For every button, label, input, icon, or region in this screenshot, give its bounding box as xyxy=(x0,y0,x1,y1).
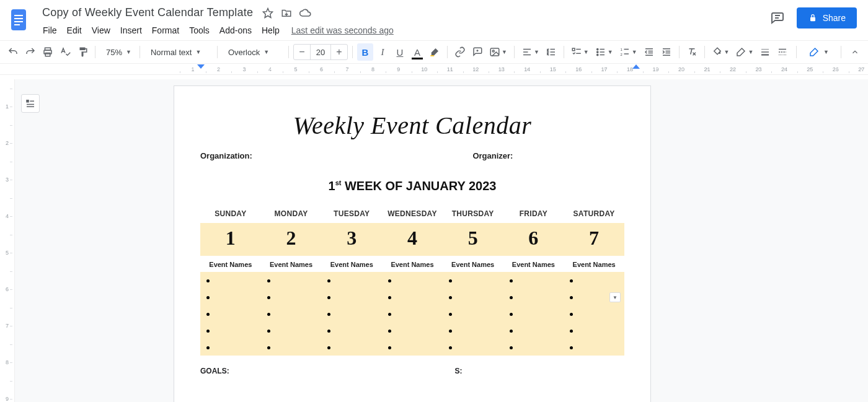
day-number-cell[interactable]: 5 xyxy=(443,223,503,256)
insert-link-icon[interactable] xyxy=(452,43,468,61)
event-names-header[interactable]: Event Names xyxy=(382,256,443,272)
event-cell[interactable] xyxy=(382,339,443,356)
day-name-header[interactable]: WEDNESDAY xyxy=(382,206,443,223)
paragraph-style-select[interactable]: Normal text▼ xyxy=(144,43,213,61)
event-cell[interactable] xyxy=(321,272,382,289)
day-number-cell[interactable]: 4 xyxy=(382,223,443,256)
day-number-cell[interactable]: 1 xyxy=(200,223,261,256)
highlight-button[interactable] xyxy=(427,43,443,61)
checklist-icon[interactable]: ▼ xyxy=(569,43,591,61)
document-page[interactable]: Weekly Event Calendar Organization: Orga… xyxy=(174,85,651,402)
event-cell[interactable] xyxy=(564,339,624,356)
menu-insert[interactable]: Insert xyxy=(116,23,146,38)
day-name-header[interactable]: FRIDAY xyxy=(503,206,564,223)
last-edit-link[interactable]: Last edit was seconds ago xyxy=(291,25,394,35)
goals-label[interactable]: GOALS: xyxy=(200,367,454,375)
event-cell[interactable] xyxy=(503,289,564,305)
event-cell[interactable] xyxy=(261,289,322,305)
organizer-label[interactable]: Organizer: xyxy=(472,151,513,160)
event-cell[interactable] xyxy=(382,289,443,305)
doc-title[interactable]: Copy of Weekly Event Calendar Template xyxy=(40,5,255,20)
event-names-header[interactable]: Event Names xyxy=(443,256,503,272)
increase-indent-icon[interactable] xyxy=(658,43,675,61)
event-cell[interactable] xyxy=(261,322,322,339)
event-cell[interactable] xyxy=(321,289,382,305)
event-cell[interactable] xyxy=(564,305,624,322)
line-spacing-icon[interactable] xyxy=(543,43,559,61)
event-cell[interactable] xyxy=(200,339,261,356)
event-cell[interactable] xyxy=(200,305,261,322)
font-size-value[interactable]: 20 xyxy=(310,45,331,59)
event-cell[interactable] xyxy=(200,322,261,339)
event-cell[interactable] xyxy=(321,305,382,322)
italic-button[interactable]: I xyxy=(374,43,391,61)
event-cell[interactable] xyxy=(443,272,503,289)
print-icon[interactable] xyxy=(40,43,56,61)
document-outline-toggle[interactable] xyxy=(21,94,40,113)
event-cell[interactable] xyxy=(261,305,322,322)
menu-view[interactable]: View xyxy=(87,23,115,38)
fill-color-icon[interactable]: ▼ xyxy=(709,43,732,61)
day-name-header[interactable]: THURSDAY xyxy=(443,206,503,223)
event-names-header[interactable]: Event Names xyxy=(564,256,624,272)
event-names-header[interactable]: Event Names xyxy=(200,256,261,272)
event-cell[interactable] xyxy=(503,339,564,356)
event-cell[interactable] xyxy=(503,272,564,289)
event-cell[interactable] xyxy=(564,272,624,289)
paint-format-icon[interactable] xyxy=(74,43,91,61)
event-cell[interactable] xyxy=(382,305,443,322)
docs-logo[interactable] xyxy=(6,4,31,36)
comments-icon[interactable] xyxy=(767,7,788,28)
event-cell[interactable] xyxy=(200,272,261,289)
underline-button[interactable]: U xyxy=(392,43,408,61)
section-s-label[interactable]: S: xyxy=(454,367,624,375)
organization-label[interactable]: Organization: xyxy=(200,151,361,160)
week-title[interactable]: 1st WEEK OF JANUARY 2023 xyxy=(200,179,624,193)
day-name-header[interactable]: MONDAY xyxy=(261,206,322,223)
collapse-toolbar-icon[interactable] xyxy=(847,43,863,61)
day-name-header[interactable]: SATURDAY xyxy=(564,206,624,223)
event-cell[interactable] xyxy=(261,339,322,356)
border-width-icon[interactable] xyxy=(757,43,773,61)
horizontal-ruler[interactable]: 1234567891011121314151617181920212223242… xyxy=(0,64,868,75)
day-number-cell[interactable]: 2 xyxy=(261,223,322,256)
day-number-cell[interactable]: 3 xyxy=(321,223,382,256)
menu-tools[interactable]: Tools xyxy=(185,23,214,38)
menu-format[interactable]: Format xyxy=(148,23,184,38)
border-style-icon[interactable] xyxy=(774,43,790,61)
bulleted-list-icon[interactable]: ▼ xyxy=(593,43,616,61)
day-number-cell[interactable]: 6 xyxy=(503,223,564,256)
event-cell[interactable] xyxy=(443,339,503,356)
bold-button[interactable]: B xyxy=(357,43,373,61)
editing-mode-button[interactable]: ▼ xyxy=(802,44,835,60)
table-options-dropdown[interactable]: ▼ xyxy=(609,292,621,302)
font-size-increase[interactable]: + xyxy=(331,45,347,59)
insert-image-icon[interactable]: ▼ xyxy=(487,43,510,61)
zoom-select[interactable]: 75%▼ xyxy=(100,43,135,61)
undo-icon[interactable] xyxy=(5,43,21,61)
event-cell[interactable] xyxy=(321,322,382,339)
menu-edit[interactable]: Edit xyxy=(63,23,86,38)
text-color-button[interactable]: A xyxy=(409,43,425,61)
decrease-indent-icon[interactable] xyxy=(641,43,657,61)
menu-help[interactable]: Help xyxy=(257,23,284,38)
redo-icon[interactable] xyxy=(22,43,38,61)
star-icon[interactable] xyxy=(262,7,274,19)
doc-heading[interactable]: Weekly Event Calendar xyxy=(200,111,624,140)
event-cell[interactable] xyxy=(382,272,443,289)
event-cell[interactable] xyxy=(503,322,564,339)
align-button[interactable]: ▼ xyxy=(519,43,542,61)
clear-formatting-icon[interactable] xyxy=(684,43,700,61)
font-size-decrease[interactable]: − xyxy=(294,45,310,59)
event-cell[interactable] xyxy=(443,322,503,339)
numbered-list-icon[interactable]: 12▼ xyxy=(617,43,640,61)
font-select[interactable]: Overlock▼ xyxy=(222,43,284,61)
event-cell[interactable] xyxy=(261,272,322,289)
spellcheck-icon[interactable] xyxy=(57,43,73,61)
day-name-header[interactable]: SUNDAY xyxy=(200,206,261,223)
event-names-header[interactable]: Event Names xyxy=(261,256,322,272)
menu-file[interactable]: File xyxy=(38,23,61,38)
day-number-cell[interactable]: 7 xyxy=(564,223,624,256)
border-color-icon[interactable]: ▼ xyxy=(733,43,756,61)
event-cell[interactable] xyxy=(382,322,443,339)
